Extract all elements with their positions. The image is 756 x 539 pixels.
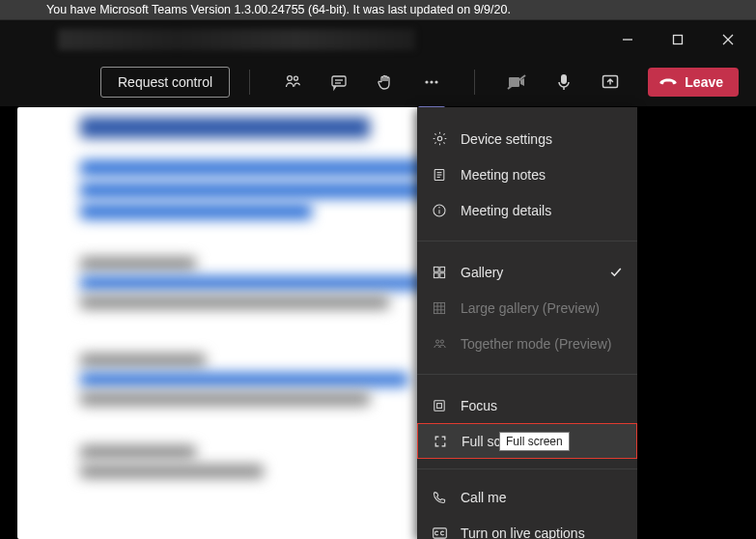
title-bar xyxy=(0,20,756,58)
menu-divider xyxy=(417,241,637,241)
close-button[interactable] xyxy=(714,20,742,58)
participants-icon[interactable] xyxy=(281,71,304,94)
menu-label: Together mode (Preview) xyxy=(461,336,611,352)
menu-meeting-details[interactable]: Meeting details xyxy=(417,192,637,228)
version-bar: You have Microsoft Teams Version 1.3.00.… xyxy=(0,0,756,20)
menu-label: Meeting details xyxy=(461,203,551,218)
menu-label: Call me xyxy=(461,490,506,505)
toolbar-separator xyxy=(474,70,475,95)
focus-icon xyxy=(431,397,448,414)
captions-icon xyxy=(431,525,448,540)
svg-point-10 xyxy=(430,80,433,83)
maximize-button[interactable] xyxy=(663,20,692,58)
request-control-button[interactable]: Request control xyxy=(100,67,230,98)
svg-rect-36 xyxy=(437,403,442,408)
meeting-title-blurred xyxy=(58,29,415,50)
menu-live-captions[interactable]: Turn on live captions xyxy=(417,515,637,539)
window-controls xyxy=(613,20,756,58)
info-icon xyxy=(431,202,448,219)
svg-point-11 xyxy=(434,80,437,83)
menu-large-gallery: Large gallery (Preview) xyxy=(417,290,637,326)
menu-label: Meeting notes xyxy=(461,167,546,183)
menu-divider xyxy=(417,468,637,469)
menu-label: Gallery xyxy=(461,265,503,280)
svg-rect-13 xyxy=(561,74,567,84)
tooltip-full-screen: Full screen xyxy=(499,432,570,451)
menu-meeting-notes[interactable]: Meeting notes xyxy=(417,156,637,192)
menu-label: Focus xyxy=(461,398,497,413)
more-actions-icon[interactable] xyxy=(420,71,443,94)
svg-rect-35 xyxy=(434,400,444,410)
svg-rect-27 xyxy=(440,272,445,277)
menu-call-me[interactable]: Call me xyxy=(417,479,637,515)
svg-rect-28 xyxy=(434,302,444,313)
menu-together-mode: Together mode (Preview) xyxy=(417,326,637,361)
more-actions-menu: Device settings Meeting notes Meeting de… xyxy=(417,107,637,539)
toolbar-separator xyxy=(249,70,250,95)
svg-point-4 xyxy=(288,76,293,81)
svg-point-34 xyxy=(440,340,443,343)
svg-rect-24 xyxy=(434,267,438,271)
meeting-toolbar: Request control xyxy=(0,58,756,107)
menu-focus[interactable]: Focus xyxy=(417,387,637,423)
svg-rect-26 xyxy=(434,272,438,277)
check-icon xyxy=(608,265,624,280)
leave-button[interactable]: Leave xyxy=(648,68,739,97)
camera-off-icon[interactable] xyxy=(506,71,529,94)
notes-icon xyxy=(431,166,448,184)
phone-icon xyxy=(431,489,448,506)
svg-point-23 xyxy=(438,207,439,208)
share-screen-icon[interactable] xyxy=(599,71,622,94)
svg-rect-25 xyxy=(440,267,445,271)
raise-hand-icon[interactable] xyxy=(374,71,397,94)
large-grid-icon xyxy=(431,299,448,317)
minimize-button[interactable] xyxy=(613,20,642,58)
svg-point-33 xyxy=(435,340,438,343)
gear-icon xyxy=(431,130,448,148)
fullscreen-icon xyxy=(432,433,449,450)
menu-device-settings[interactable]: Device settings xyxy=(417,121,637,156)
svg-point-5 xyxy=(294,76,298,80)
menu-label: Large gallery (Preview) xyxy=(461,300,600,316)
microphone-icon[interactable] xyxy=(552,71,575,94)
svg-rect-6 xyxy=(332,76,346,86)
hangup-icon xyxy=(659,76,677,88)
svg-point-16 xyxy=(437,136,441,140)
leave-label: Leave xyxy=(685,74,723,90)
chat-icon[interactable] xyxy=(327,71,350,94)
menu-label: Device settings xyxy=(461,131,552,147)
svg-rect-1 xyxy=(674,35,683,43)
menu-gallery[interactable]: Gallery xyxy=(417,254,637,290)
svg-point-9 xyxy=(425,80,428,83)
menu-label: Turn on live captions xyxy=(461,525,585,540)
together-icon xyxy=(431,335,448,353)
menu-divider xyxy=(417,374,637,375)
grid-icon xyxy=(431,264,448,281)
